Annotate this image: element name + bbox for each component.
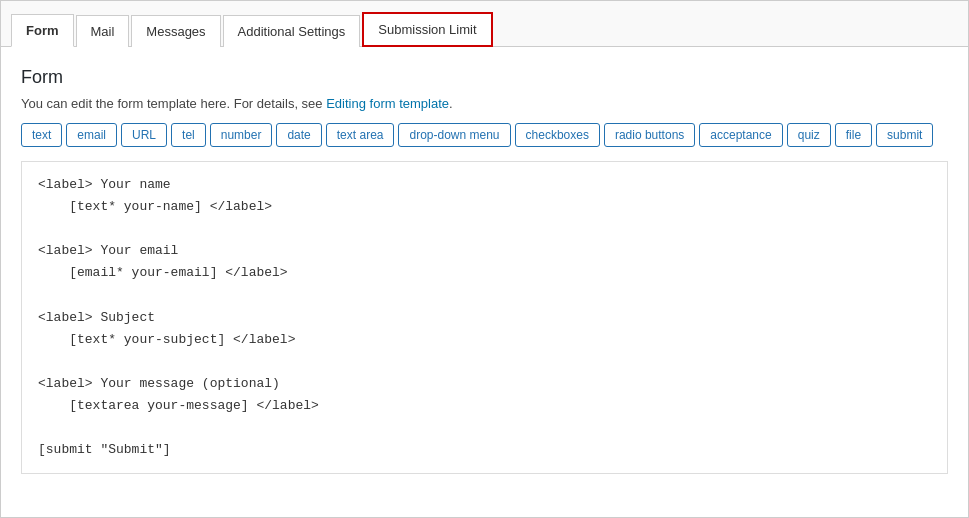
tag-btn-radio-buttons[interactable]: radio buttons <box>604 123 695 147</box>
tag-buttons-container: textemailURLtelnumberdatetext areadrop-d… <box>21 123 948 147</box>
tag-btn-tel[interactable]: tel <box>171 123 206 147</box>
description-prefix: You can edit the form template here. For… <box>21 96 326 111</box>
tag-btn-file[interactable]: file <box>835 123 872 147</box>
tag-btn-checkboxes[interactable]: checkboxes <box>515 123 600 147</box>
tag-btn-number[interactable]: number <box>210 123 273 147</box>
editing-form-template-link[interactable]: Editing form template <box>326 96 449 111</box>
tag-btn-url[interactable]: URL <box>121 123 167 147</box>
tag-btn-submit[interactable]: submit <box>876 123 933 147</box>
description-suffix: . <box>449 96 453 111</box>
tag-btn-text-area[interactable]: text area <box>326 123 395 147</box>
tab-mail[interactable]: Mail <box>76 15 130 47</box>
tab-submission-limit[interactable]: Submission Limit <box>362 12 492 47</box>
page-wrapper: FormMailMessagesAdditional SettingsSubmi… <box>0 0 969 518</box>
tag-btn-acceptance[interactable]: acceptance <box>699 123 782 147</box>
code-editor[interactable]: <label> Your name [text* your-name] </la… <box>21 161 948 474</box>
section-description: You can edit the form template here. For… <box>21 96 948 111</box>
tag-btn-date[interactable]: date <box>276 123 321 147</box>
tab-form[interactable]: Form <box>11 14 74 47</box>
section-title: Form <box>21 67 948 88</box>
tag-btn-text[interactable]: text <box>21 123 62 147</box>
tab-messages[interactable]: Messages <box>131 15 220 47</box>
tag-btn-drop-down-menu[interactable]: drop-down menu <box>398 123 510 147</box>
tag-btn-email[interactable]: email <box>66 123 117 147</box>
tabs-bar: FormMailMessagesAdditional SettingsSubmi… <box>1 1 968 47</box>
tag-btn-quiz[interactable]: quiz <box>787 123 831 147</box>
main-content: Form You can edit the form template here… <box>1 47 968 494</box>
tab-additional-settings[interactable]: Additional Settings <box>223 15 361 47</box>
